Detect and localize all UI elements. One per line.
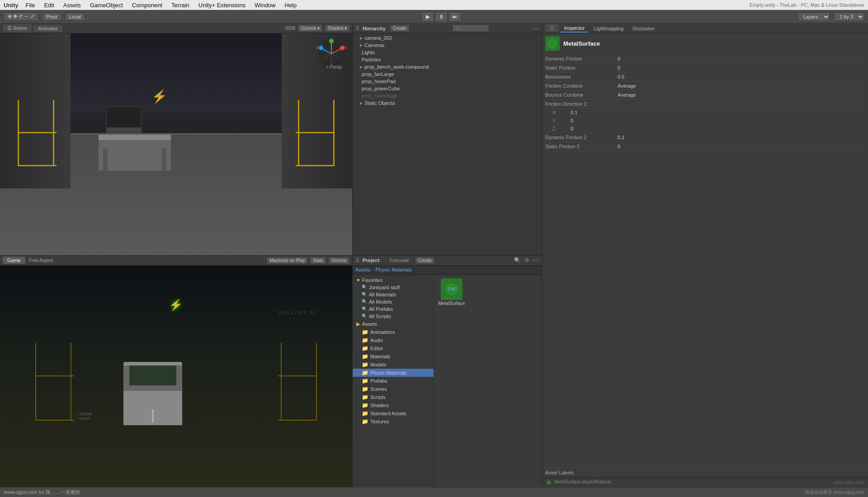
scene-tab[interactable]: ☰ Scene (3, 24, 32, 32)
game-canvas[interactable]: ⚡ GALLERY 01 • Scene • Level (0, 266, 352, 488)
project-search-icon[interactable]: 🔍 (513, 257, 522, 263)
maximize-btn[interactable]: Maximize on Play (267, 257, 307, 264)
hierarchy-title: Hierarchy (363, 26, 386, 31)
hierarchy-item-camoflage[interactable]: prop_camoflage (353, 92, 542, 99)
gizmo-container: Y X Z < Persp (315, 37, 349, 72)
friction-z-value[interactable]: 0 (571, 126, 573, 131)
project-create-btn[interactable]: Create (415, 257, 434, 264)
menu-help[interactable]: Help (283, 2, 299, 9)
scenes-folder[interactable]: 📁 Scenes (353, 385, 434, 393)
hierarchy-item-hoverpad[interactable]: prop_hoverPad (353, 78, 542, 85)
game-tab[interactable]: Game (3, 257, 25, 264)
favorites-folder[interactable]: ★ Favorites (353, 277, 434, 284)
static-friction-value[interactable]: 0 (618, 65, 865, 70)
menu-assets[interactable]: Assets (61, 2, 83, 9)
game-railing-h2 (35, 420, 74, 421)
shaded-btn[interactable]: Shaded ▾ (325, 25, 349, 32)
friction-y-value[interactable]: 0 (571, 118, 573, 123)
models-folder[interactable]: 📁 Models (353, 361, 434, 369)
desk-leg-2 (162, 148, 166, 171)
stats-btn[interactable]: Stats (310, 257, 326, 264)
hierarchy-item-fan[interactable]: prop_fanLarge (353, 70, 542, 78)
dynamic-friction-2-value[interactable]: 0.1 (618, 135, 865, 140)
animator-tab[interactable]: Animator (33, 25, 62, 32)
editor-folder-icon: 📁 (362, 345, 368, 352)
hierarchy-search[interactable] (453, 25, 489, 32)
console-tab[interactable]: Console (389, 258, 409, 263)
bounce-combine-value[interactable]: Average (618, 92, 865, 98)
scene-canvas[interactable]: ⚡ Y X (0, 33, 352, 255)
textures-label: Textures (370, 419, 389, 424)
hierarchy-item-camera[interactable]: ▶ camera_002 (353, 34, 542, 42)
menu-window[interactable]: Window (253, 2, 277, 9)
textures-folder[interactable]: 📁 Textures (353, 417, 434, 426)
scripts-folder[interactable]: 📁 Scripts (353, 393, 434, 401)
menu-file[interactable]: File (24, 2, 37, 9)
all-prefabs-folder[interactable]: 🔍 All Prefabs (353, 305, 434, 313)
local-button[interactable]: Local (65, 13, 85, 21)
dynamic-friction-value[interactable]: 0 (618, 56, 865, 61)
prefabs-folder[interactable]: 📁 Prefabs (353, 377, 434, 385)
project-settings-icon[interactable]: ⚙ (524, 257, 530, 263)
friction-x-value[interactable]: 0.1 (571, 110, 577, 115)
static-friction-2-label: Static Friction 2 (545, 144, 618, 149)
physic-materials-folder[interactable]: 📁 Physic Materials (353, 369, 434, 377)
game-gizmos-btn[interactable]: Gizmos (329, 257, 349, 264)
assets-root-folder[interactable]: ▶ Assets (353, 320, 434, 328)
breadcrumb-assets[interactable]: Assets (355, 267, 370, 272)
favorites-label: Favorites (362, 277, 382, 283)
materials-folder-icon: 📁 (362, 353, 368, 360)
gizmos-btn[interactable]: Gizmos ▾ (298, 25, 322, 32)
dynamic-friction-row: Dynamic Friction 0 (545, 54, 865, 63)
materials-label: Materials (370, 354, 391, 359)
game-railing-2 (71, 343, 71, 421)
project-tree: ★ Favorites 🔍 Junkyard stuff 🔍 All Mater… (353, 275, 434, 488)
hoverpad-label: prop_hoverPad (362, 79, 396, 84)
metal-surface-asset[interactable]: PM MetalSurface (436, 277, 467, 308)
animations-folder[interactable]: 📁 Animations (353, 328, 434, 336)
audio-label: Audio (370, 338, 383, 343)
all-materials-folder[interactable]: 🔍 All Materials (353, 291, 434, 298)
menu-unity-extensions[interactable]: Unity+ Extensions (197, 2, 247, 9)
inspector-tab[interactable]: Inspector (561, 24, 588, 33)
hierarchy-item-lights[interactable]: Lights (353, 49, 542, 56)
svg-text:PM: PM (448, 287, 455, 292)
menu-terrain[interactable]: Terrain (170, 2, 191, 9)
hierarchy-create-btn[interactable]: Create (390, 25, 409, 32)
project-close-btn[interactable]: — (532, 257, 539, 263)
left-panel: ☰ Scene Animator RGB Gizmos ▾ Shaded ▾ (0, 23, 353, 487)
powercube-label: prop_powerCube (362, 86, 400, 91)
materials-folder[interactable]: 📁 Materials (353, 352, 434, 361)
layers-dropdown[interactable]: Layers (797, 12, 830, 21)
layout-dropdown[interactable]: 2 by 3 (834, 12, 864, 21)
all-scripts-folder[interactable]: 🔍 All Scripts (353, 313, 434, 320)
editor-folder[interactable]: 📁 Editor (353, 344, 434, 352)
friction-y-row: Y 0 (545, 117, 865, 125)
transform-tools[interactable]: ⊕ ✥ ↺ ↔ ⤢ (4, 12, 38, 21)
play-button[interactable]: ▶ (421, 12, 434, 22)
breadcrumb-physic-materials[interactable]: Physic Materials (376, 267, 412, 272)
menu-gameobject[interactable]: GameObject (88, 2, 125, 9)
hierarchy-item-bench[interactable]: ▶ prop_bench_work-compound (353, 63, 542, 70)
hierarchy-item-powercube[interactable]: prop_powerCube (353, 85, 542, 92)
shaders-folder[interactable]: 📁 Shaders (353, 401, 434, 409)
audio-folder[interactable]: 📁 Audio (353, 336, 434, 344)
standard-assets-folder[interactable]: 📁 Standard Assets (353, 409, 434, 417)
friction-combine-value[interactable]: Average (618, 83, 865, 89)
hierarchy-close-btn[interactable]: — (532, 25, 539, 32)
pivot-button[interactable]: Pivot (42, 13, 61, 21)
step-button[interactable]: ⏭ (448, 12, 461, 22)
occlusion-tab[interactable]: Occlusion (629, 25, 658, 32)
junkyard-folder[interactable]: 🔍 Junkyard stuff (353, 284, 434, 291)
menu-component[interactable]: Component (130, 2, 164, 9)
static-friction-2-value[interactable]: 0 (618, 144, 865, 149)
bounciness-value[interactable]: 0.5 (618, 74, 865, 80)
hierarchy-item-static[interactable]: ▶ Static Objects (353, 99, 542, 107)
hierarchy-item-particles[interactable]: Particles (353, 56, 542, 63)
pause-button[interactable]: ⏸ (435, 12, 448, 22)
all-models-folder[interactable]: 🔍 All Models (353, 298, 434, 305)
menu-edit[interactable]: Edit (42, 2, 56, 9)
hierarchy-item-cameras[interactable]: ▶ Cameras (353, 42, 542, 49)
bounciness-row: Bounciness 0.5 (545, 72, 865, 81)
lightmapping-tab[interactable]: Lightmapping (590, 25, 627, 32)
